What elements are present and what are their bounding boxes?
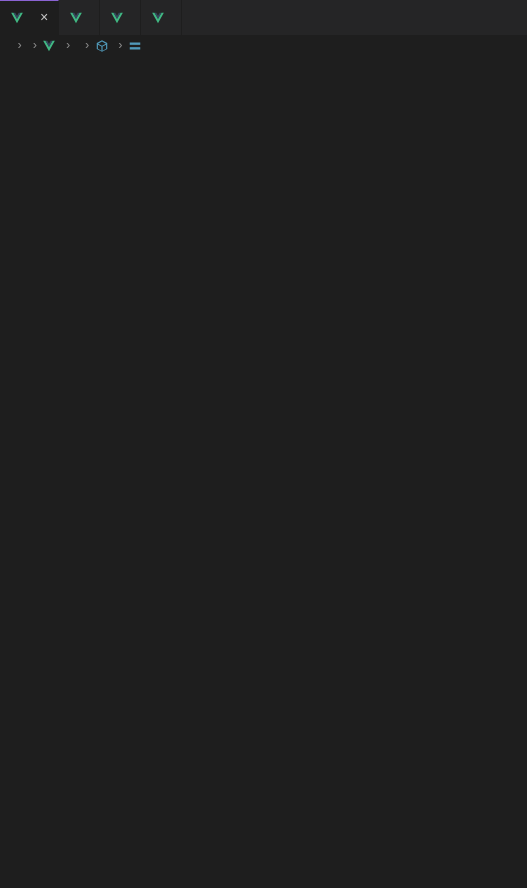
vue-icon — [42, 39, 56, 53]
vue-icon — [151, 11, 165, 25]
tab-bar: × — [0, 0, 527, 35]
svg-rect-0 — [130, 43, 141, 45]
chevron-right-icon: › — [31, 39, 38, 53]
vue-icon — [110, 11, 124, 25]
vue-icon — [69, 11, 83, 25]
tab-app[interactable] — [141, 0, 182, 35]
chevron-right-icon: › — [84, 39, 91, 53]
tab-header[interactable] — [59, 0, 100, 35]
breadcrumb-item[interactable] — [128, 39, 146, 53]
symbol-icon — [128, 39, 142, 53]
close-icon[interactable]: × — [40, 10, 48, 26]
chevron-right-icon: › — [117, 39, 124, 53]
code-editor[interactable] — [0, 57, 527, 888]
breadcrumb: › › › › › — [0, 35, 527, 57]
svg-rect-1 — [130, 47, 141, 49]
code-content[interactable] — [58, 57, 527, 888]
chevron-right-icon: › — [64, 39, 71, 53]
cube-icon — [95, 39, 109, 53]
chevron-right-icon: › — [16, 39, 23, 53]
tab-footer[interactable] — [100, 0, 141, 35]
line-number-gutter — [0, 57, 58, 888]
vue-icon — [10, 11, 24, 25]
tab-home[interactable]: × — [0, 0, 59, 35]
breadcrumb-item[interactable] — [95, 39, 113, 53]
breadcrumb-item[interactable] — [42, 39, 60, 53]
